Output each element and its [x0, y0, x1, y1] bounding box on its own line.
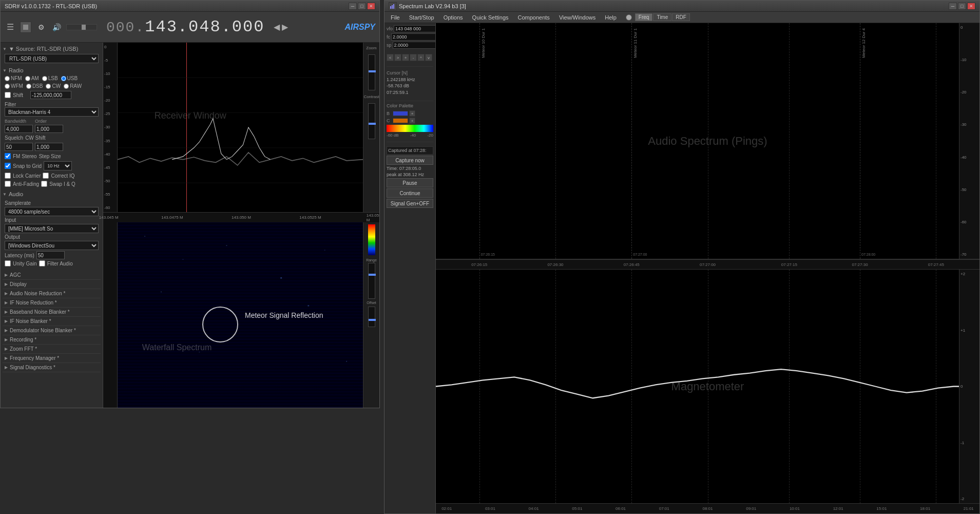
lock-carrier-checkbox[interactable] — [5, 173, 11, 179]
source-header[interactable]: ▼ ▼ Source: RTL-SDR (USB) — [3, 45, 101, 53]
nav-minus-button[interactable]: - — [410, 54, 417, 61]
if-blanker-item[interactable]: ▶ IF Noise Blanker * — [3, 317, 101, 326]
vfo-input[interactable] — [394, 25, 436, 32]
filter-audio-checkbox[interactable] — [39, 260, 45, 266]
tab-time[interactable]: Time — [653, 13, 671, 21]
nfm-label[interactable]: NFM — [5, 75, 22, 81]
speclab-close-button[interactable]: ✕ — [967, 3, 975, 10]
unity-gain-checkbox[interactable] — [5, 260, 11, 266]
wfm-label[interactable]: WFM — [5, 83, 23, 89]
samplerate-dropdown[interactable]: 48000 sample/sec — [5, 207, 99, 216]
cw-label[interactable]: CW — [46, 83, 61, 89]
recording-item[interactable]: ▶ Recording * — [3, 335, 101, 345]
am-radio[interactable] — [25, 76, 30, 81]
output-dropdown[interactable]: [Windows DirectSou — [5, 241, 99, 250]
nav-plus-button[interactable]: + — [402, 54, 409, 61]
dsb-label[interactable]: DSB — [26, 83, 43, 89]
cw-shift-input[interactable] — [35, 143, 63, 151]
stop-button[interactable] — [20, 22, 31, 33]
menu-icon[interactable]: ☰ — [5, 21, 16, 33]
lsb-label[interactable]: LSB — [42, 75, 58, 81]
anti-fading-checkbox[interactable] — [5, 181, 11, 187]
freq-right-arrow[interactable]: ▶ — [282, 22, 288, 32]
continue-button[interactable]: Continue — [387, 188, 433, 198]
step-size-dropdown[interactable]: 10 Hz — [44, 161, 72, 170]
latency-input[interactable] — [36, 251, 65, 259]
menu-viewwindows[interactable]: View/Windows — [555, 13, 600, 22]
swap-iq-checkbox[interactable] — [41, 181, 47, 187]
nfm-radio[interactable] — [5, 76, 10, 81]
c-color-btn[interactable]: + — [409, 118, 415, 124]
pause-button[interactable]: Pause — [387, 178, 433, 187]
correct-iq-checkbox[interactable] — [43, 173, 49, 179]
demod-blanker-item[interactable]: ▶ Demodulator Noise Blanker * — [3, 326, 101, 335]
cw-radio[interactable] — [46, 84, 51, 89]
am-label[interactable]: AM — [25, 75, 39, 81]
audio-header[interactable]: ▼ Audio — [3, 190, 101, 198]
fm-stereo-checkbox[interactable] — [5, 153, 11, 159]
usb-label[interactable]: USB — [61, 75, 78, 81]
display-item[interactable]: ▶ Display — [3, 280, 101, 289]
y-label-45: -45 — [104, 165, 116, 170]
palette-row-b: B + — [387, 110, 433, 117]
range-slider[interactable] — [368, 263, 375, 299]
sdr-close-button[interactable]: ✕ — [367, 3, 375, 10]
tab-freq[interactable]: Freq — [635, 13, 653, 21]
b-color-btn[interactable]: + — [409, 110, 415, 117]
nav-left-button[interactable]: < — [387, 54, 394, 61]
sp-row: sp kHz — [387, 42, 433, 49]
raw-label[interactable]: RAW — [64, 83, 82, 89]
signal-gen-button[interactable]: Signal Gen+OFF — [387, 199, 433, 208]
speclab-minimize-button[interactable]: ─ — [949, 3, 957, 10]
menu-file[interactable]: File — [387, 13, 404, 22]
usb-radio[interactable] — [61, 76, 66, 81]
noise-reduction-item[interactable]: ▶ Audio Noise Reduction * — [3, 289, 101, 298]
source-dropdown[interactable]: RTL-SDR (USB) — [5, 54, 99, 63]
agc-item[interactable]: ▶ AGC — [3, 271, 101, 280]
zoom-fft-item[interactable]: ▶ Zoom FFT * — [3, 345, 101, 354]
order-input[interactable] — [35, 125, 63, 133]
gain-slider[interactable] — [66, 24, 97, 30]
radio-header[interactable]: ▼ Radio — [3, 66, 101, 74]
sdr-minimize-button[interactable]: ─ — [349, 3, 357, 10]
bandwidth-input[interactable] — [5, 125, 33, 133]
contrast-label: Contrast — [363, 94, 379, 99]
nav-up-button[interactable]: ^ — [417, 54, 425, 61]
offset-slider[interactable] — [368, 307, 375, 327]
nav-right-button[interactable]: > — [394, 54, 401, 61]
menu-options[interactable]: Options — [439, 13, 467, 22]
raw-radio[interactable] — [64, 84, 69, 89]
sdr-maximize-button[interactable]: □ — [358, 3, 366, 10]
fc-input[interactable] — [391, 33, 436, 41]
if-noise-item[interactable]: ▶ IF Noise Reduction * — [3, 298, 101, 308]
contrast-slider[interactable] — [368, 103, 375, 139]
nav-down-button[interactable]: v — [425, 54, 432, 61]
baseband-item[interactable]: ▶ Baseband Noise Blanker * — [3, 308, 101, 317]
freq-left-arrow[interactable]: ◀ — [274, 22, 280, 32]
signal-diag-item[interactable]: ▶ Signal Diagnostics * — [3, 363, 101, 372]
input-dropdown[interactable]: [MME] Microsoft So — [5, 224, 99, 233]
shift-input[interactable] — [30, 91, 71, 99]
dsb-radio[interactable] — [26, 84, 31, 89]
menu-help[interactable]: Help — [601, 13, 621, 22]
menu-components[interactable]: Components — [514, 13, 554, 22]
freq-manager-item[interactable]: ▶ Frequency Manager * — [3, 354, 101, 363]
time-display: Time: 07:28:05.0 — [387, 166, 433, 171]
zoom-slider[interactable] — [368, 54, 375, 90]
b-color-swatch[interactable] — [393, 111, 408, 116]
tab-rdf[interactable]: RDF — [672, 13, 690, 21]
capture-now-button[interactable]: Capture now — [387, 156, 433, 165]
wfm-radio[interactable] — [5, 84, 10, 89]
audio-icon[interactable]: 🔊 — [51, 22, 62, 33]
settings-icon[interactable]: ⚙ — [35, 22, 47, 33]
menu-quicksettings[interactable]: Quick Settings — [468, 13, 513, 22]
squelch-input[interactable] — [5, 143, 33, 151]
menu-startstop[interactable]: Start/Stop — [405, 13, 438, 22]
speclab-maximize-button[interactable]: □ — [958, 3, 966, 10]
lsb-radio[interactable] — [42, 76, 47, 81]
shift-checkbox[interactable] — [5, 92, 11, 98]
snap-checkbox[interactable] — [5, 163, 11, 169]
sp-input[interactable] — [393, 42, 436, 49]
c-color-swatch[interactable] — [393, 118, 408, 123]
filter-dropdown[interactable]: Blackman-Harris 4 — [5, 107, 99, 117]
